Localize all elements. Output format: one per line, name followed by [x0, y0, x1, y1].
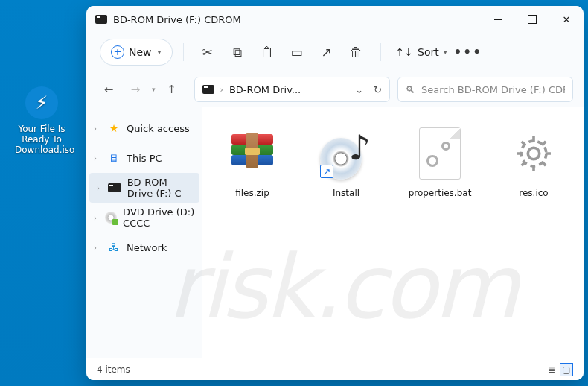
iso-label-line3: Download.iso: [15, 145, 68, 155]
item-count: 4 items: [97, 364, 130, 375]
batch-file-icon: [419, 127, 461, 180]
sidebar-item-label: Quick access: [127, 123, 190, 134]
network-icon: 🖧: [107, 241, 121, 253]
details-view-button[interactable]: ≣: [545, 363, 558, 376]
breadcrumb[interactable]: BD-ROM Driv...: [229, 84, 301, 95]
search-icon: 🔍︎: [406, 84, 415, 95]
rename-button[interactable]: ▭: [284, 39, 310, 66]
plus-icon: +: [111, 45, 124, 59]
window-controls: [481, 6, 584, 33]
sort-button[interactable]: ↑↓ Sort ▾: [392, 46, 452, 58]
back-button[interactable]: ←: [97, 77, 121, 101]
file-item-bat[interactable]: properties.bat: [394, 118, 485, 204]
toolbar-separator: [380, 43, 381, 61]
svg-point-0: [528, 148, 539, 159]
iso-label-line1: Your File Is: [15, 124, 68, 134]
file-name: res.ico: [519, 188, 548, 198]
chevron-down-icon: ▾: [158, 48, 162, 56]
share-icon: ↗: [321, 45, 331, 60]
delete-button[interactable]: 🗑︎: [343, 39, 370, 66]
command-toolbar: + New ▾ ✂ ⧉ 📋︎ ▭ ↗ 🗑︎ ↑↓ Sort ▾ •••: [86, 33, 584, 72]
forward-button[interactable]: →: [124, 77, 147, 101]
sidebar-item-label: DVD Drive (D:) CCCC: [123, 206, 195, 229]
icons-view-button[interactable]: ▢: [560, 363, 573, 376]
disc-icon: [105, 212, 117, 224]
minimize-button[interactable]: [481, 6, 515, 33]
new-label: New: [129, 46, 152, 58]
sidebar-item-label: BD-ROM Drive (F:) C: [127, 177, 192, 199]
new-button[interactable]: + New ▾: [100, 39, 173, 66]
explorer-window: BD-ROM Drive (F:) CDROM + New ▾ ✂ ⧉ 📋︎ ▭…: [86, 6, 584, 380]
monitor-icon: 🖥︎: [107, 152, 121, 164]
up-button[interactable]: ↑: [160, 77, 184, 101]
close-button[interactable]: [549, 6, 584, 33]
file-name: files.zip: [235, 188, 269, 198]
star-icon: ★: [107, 122, 121, 134]
scissors-icon: ✂: [202, 45, 212, 60]
sidebar-item-bdrom[interactable]: › BD-ROM Drive (F:) C: [89, 173, 199, 203]
sidebar-item-dvd[interactable]: › DVD Drive (D:) CCCC: [86, 203, 202, 232]
file-item-zip[interactable]: files.zip: [207, 118, 298, 204]
recent-chevron[interactable]: ▾: [152, 86, 156, 93]
copy-icon: ⧉: [233, 45, 242, 60]
search-input[interactable]: [421, 84, 565, 95]
trash-icon: 🗑︎: [350, 45, 362, 60]
sidebar-item-quick-access[interactable]: › ★ Quick access: [86, 113, 202, 143]
expand-chevron-icon[interactable]: ›: [97, 184, 102, 192]
window-title: BD-ROM Drive (F:) CDROM: [113, 14, 241, 25]
arrow-up-icon: ↑: [167, 83, 176, 96]
gear-icon: [510, 130, 557, 177]
sidebar-item-label: This PC: [127, 153, 162, 164]
sidebar-item-network[interactable]: › 🖧 Network: [86, 232, 202, 262]
clipboard-icon: 📋︎: [261, 45, 273, 60]
chevron-down-icon: ▾: [444, 48, 447, 56]
file-name: properties.bat: [409, 188, 472, 198]
archive-icon: [229, 130, 276, 177]
desktop-iso-icon[interactable]: ⚡ Your File Is Ready To Download.iso: [15, 86, 68, 155]
drive-icon: [95, 15, 107, 24]
search-box[interactable]: 🔍︎: [397, 77, 573, 102]
breadcrumb-separator: ›: [220, 85, 223, 95]
iso-label-line2: Ready To: [15, 134, 68, 145]
explorer-body: › ★ Quick access › 🖥︎ This PC › BD-ROM D…: [86, 107, 584, 358]
expand-chevron-icon[interactable]: ›: [94, 154, 101, 162]
file-list[interactable]: files.zip ♪ ↗ Install: [202, 107, 584, 358]
shortcut-overlay-icon: ↗: [320, 165, 333, 178]
maximize-button[interactable]: [515, 6, 549, 33]
view-toggle: ≣ ▢: [545, 363, 573, 376]
refresh-button[interactable]: ↻: [374, 84, 382, 95]
more-icon: •••: [453, 45, 482, 60]
sidebar-item-label: Network: [127, 242, 167, 253]
share-button[interactable]: ↗: [313, 39, 340, 66]
sort-icon: ↑↓: [396, 46, 413, 58]
navigation-pane[interactable]: › ★ Quick access › 🖥︎ This PC › BD-ROM D…: [86, 107, 202, 358]
more-button[interactable]: •••: [455, 39, 482, 66]
paste-button[interactable]: 📋︎: [254, 39, 281, 66]
drive-icon: [202, 85, 214, 94]
copy-button[interactable]: ⧉: [224, 39, 251, 66]
address-bar[interactable]: › BD-ROM Driv... ⌄ ↻: [194, 77, 390, 102]
file-name: Install: [333, 188, 359, 198]
file-item-install[interactable]: ♪ ↗ Install: [301, 118, 392, 204]
drive-icon: [108, 183, 121, 192]
file-item-ico[interactable]: res.ico: [488, 118, 579, 204]
titlebar[interactable]: BD-ROM Drive (F:) CDROM: [86, 6, 584, 33]
lightning-icon: ⚡: [25, 86, 58, 119]
arrow-right-icon: →: [131, 83, 141, 96]
expand-chevron-icon[interactable]: ›: [94, 124, 101, 133]
sidebar-item-this-pc[interactable]: › 🖥︎ This PC: [86, 143, 202, 173]
expand-chevron-icon[interactable]: ›: [94, 244, 101, 252]
toolbar-separator: [183, 43, 184, 61]
navigation-bar: ← → ▾ ↑ › BD-ROM Driv... ⌄ ↻ 🔍︎: [86, 72, 584, 107]
status-bar: 4 items ≣ ▢: [86, 358, 584, 380]
expand-chevron-icon[interactable]: ›: [94, 214, 99, 222]
sort-label: Sort: [418, 46, 439, 58]
disc-music-icon: ♪ ↗: [320, 127, 372, 180]
rename-icon: ▭: [291, 45, 303, 60]
arrow-left-icon: ←: [104, 83, 114, 96]
cut-button[interactable]: ✂: [194, 39, 221, 66]
chevron-down-icon[interactable]: ⌄: [355, 84, 363, 95]
